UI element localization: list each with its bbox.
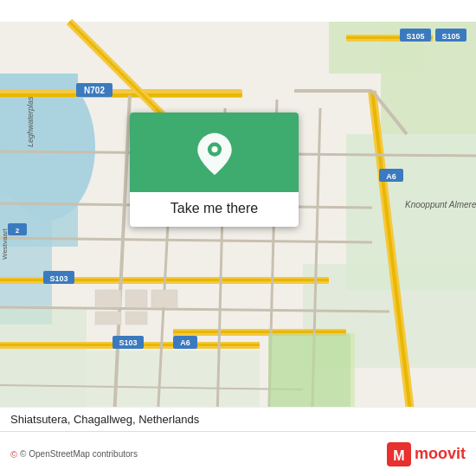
copyright-icon: © [10,449,17,460]
map-background: N702 S105 S105 A6 S103 A6 S103 Knooppunt… [0,0,476,476]
svg-text:Leghwaterplas: Leghwaterplas [26,96,35,147]
take-me-there-card[interactable]: Take me there [130,113,299,227]
svg-rect-58 [151,290,177,307]
bottom-bar: © © OpenStreetMap contributors M moovit [0,431,476,476]
card-green-area [130,113,299,192]
svg-text:Knooppunt Almere: Knooppunt Almere [405,200,476,209]
svg-text:S105: S105 [406,32,424,41]
moovit-text: moovit [415,445,466,463]
svg-rect-13 [0,93,242,97]
location-pin-icon [194,132,235,177]
attribution-text: © OpenStreetMap contributors [20,449,138,459]
svg-text:M: M [393,448,404,463]
svg-text:S103: S103 [49,274,68,283]
take-me-there-label: Take me there [170,192,258,227]
svg-rect-60 [125,312,147,325]
svg-text:S105: S105 [441,32,460,41]
svg-rect-59 [95,312,121,325]
svg-text:A6: A6 [180,338,190,347]
svg-rect-61 [268,333,351,415]
svg-rect-56 [95,290,121,307]
moovit-logo: M moovit [387,442,466,466]
svg-text:N702: N702 [84,86,105,95]
svg-text:Westvaart: Westvaart [1,228,9,260]
attribution: © © OpenStreetMap contributors [10,449,138,460]
moovit-icon: M [387,442,411,466]
svg-text:S103: S103 [119,338,137,347]
svg-point-67 [211,146,217,152]
svg-text:A6: A6 [386,172,396,181]
location-name: Shiatsutera, Chagallweg, Netherlands [0,407,476,431]
svg-rect-57 [125,290,147,307]
svg-rect-23 [173,331,346,333]
svg-rect-10 [0,307,87,411]
map-container: N702 S105 S105 A6 S103 A6 S103 Knooppunt… [0,0,476,476]
svg-text:2: 2 [16,227,20,235]
